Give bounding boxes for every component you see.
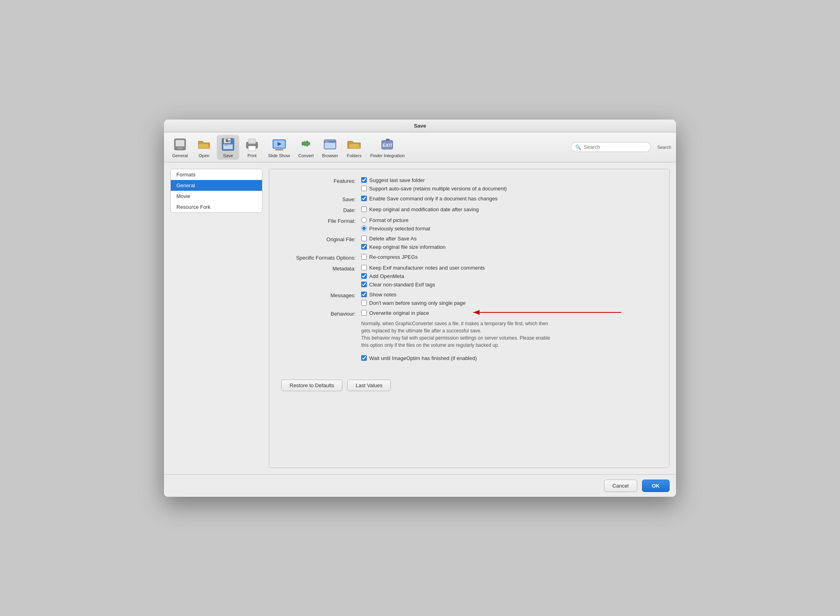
svg-rect-17	[275, 149, 283, 150]
suggest-last-folder-checkbox[interactable]	[361, 177, 367, 183]
specific-formats-label: Specific Formats Options:	[281, 254, 361, 261]
search-input[interactable]	[584, 144, 646, 150]
slideshow-icon	[271, 136, 287, 152]
window-title: Save	[414, 123, 426, 129]
sidebar: Formats General Movie Resource Fork	[170, 169, 262, 213]
svg-point-22	[326, 141, 328, 142]
open-icon	[196, 136, 212, 152]
sidebar-item-resource-fork[interactable]: Resource Fork	[171, 202, 262, 212]
recompress-label: Re-compress JPEGs	[369, 254, 418, 260]
format-picture-radio[interactable]	[361, 217, 367, 223]
desc-line2: gets replaced by the ultimate file after…	[361, 328, 482, 334]
title-bar: Save	[164, 120, 676, 132]
svg-rect-2	[178, 148, 182, 149]
sidebar-item-general[interactable]: General	[171, 180, 262, 191]
toolbar-browser-label: Browser	[322, 153, 338, 158]
toolbar-print-label: Print	[248, 153, 257, 158]
bottom-buttons: Restore to Defaults Last Values	[281, 373, 657, 391]
overwrite-row: Overwrite original in place	[361, 310, 550, 316]
toolbar-save[interactable]: TIFF JPG PNG Save	[217, 135, 239, 160]
metadata-label: Metadata:	[281, 265, 361, 272]
overwrite-checkbox[interactable]	[361, 310, 367, 316]
toolbar-convert[interactable]: Convert	[295, 135, 317, 160]
enable-save-checkbox[interactable]	[361, 196, 367, 201]
wait-imageoptim-checkbox[interactable]	[361, 355, 367, 361]
sidebar-item-formats[interactable]: Formats	[171, 169, 262, 180]
messages-label: Messages:	[281, 292, 361, 298]
restore-defaults-button[interactable]: Restore to Defaults	[281, 380, 342, 391]
show-notes-row: Show notes	[361, 292, 466, 298]
toolbar-convert-label: Convert	[298, 153, 314, 158]
finder-icon: EXIT	[380, 136, 396, 152]
keep-exif-checkbox[interactable]	[361, 265, 367, 270]
clear-exif-checkbox[interactable]	[361, 282, 367, 287]
toolbar-finder[interactable]: EXIT Finder Integration	[367, 135, 408, 160]
general-icon	[172, 136, 188, 152]
svg-text:PNG: PNG	[225, 144, 228, 146]
support-autosave-label: Support auto-save (retains multiple vers…	[369, 186, 507, 192]
support-autosave-checkbox[interactable]	[361, 186, 367, 191]
search-box[interactable]: 🔍	[571, 142, 651, 152]
keep-size-row: Keep original file size information	[361, 244, 446, 250]
original-file-controls: Delete after Save As Keep original file …	[361, 236, 446, 250]
toolbar-save-label: Save	[223, 153, 233, 158]
suggest-last-folder-row: Suggest last save folder	[361, 177, 507, 183]
last-values-button[interactable]: Last Values	[347, 380, 391, 391]
toolbar-folders-label: Folders	[347, 153, 362, 158]
toolbar-browser[interactable]: Browser	[319, 135, 341, 160]
toolbar-folders[interactable]: Folders	[343, 135, 365, 160]
print-icon	[244, 136, 260, 152]
specific-formats-row: Specific Formats Options: Re-compress JP…	[281, 254, 657, 261]
toolbar-slideshow-label: Slide Show	[268, 153, 290, 158]
svg-rect-20	[325, 143, 335, 148]
sidebar-item-movie[interactable]: Movie	[171, 191, 262, 202]
suggest-last-folder-label: Suggest last save folder	[369, 177, 425, 183]
cancel-button[interactable]: Cancel	[604, 480, 637, 492]
recompress-checkbox[interactable]	[361, 254, 367, 260]
main-panel: Features: Suggest last save folder Suppo…	[269, 169, 670, 468]
metadata-row: Metadata: Keep Exif manufacturer notes a…	[281, 265, 657, 288]
clear-exif-row: Clear non-standard Exif tags	[361, 282, 485, 288]
delete-after-checkbox[interactable]	[361, 236, 367, 241]
show-notes-checkbox[interactable]	[361, 292, 367, 297]
add-openmeta-checkbox[interactable]	[361, 273, 367, 279]
show-notes-label: Show notes	[369, 292, 396, 298]
toolbar-open[interactable]: Open	[193, 135, 215, 160]
toolbar: General Open TIFF JPG PNG Save	[164, 132, 676, 162]
save-icon: TIFF JPG PNG	[220, 136, 236, 152]
file-format-controls: Format of picture Previously selected fo…	[361, 217, 430, 232]
date-row: Date: Keep original and modification dat…	[281, 206, 657, 213]
specific-formats-controls: Re-compress JPEGs	[361, 254, 418, 260]
convert-icon	[298, 136, 314, 152]
svg-point-21	[325, 141, 326, 142]
features-label: Features:	[281, 177, 361, 184]
browser-icon	[322, 136, 338, 152]
save-label: Save:	[281, 196, 361, 202]
toolbar-finder-label: Finder Integration	[370, 153, 404, 158]
delete-after-label: Delete after Save As	[369, 236, 417, 242]
format-picture-label: Format of picture	[369, 217, 408, 223]
keep-date-checkbox[interactable]	[361, 206, 367, 212]
support-autosave-row: Support auto-save (retains multiple vers…	[361, 186, 507, 192]
keep-date-label: Keep original and modification date afte…	[369, 206, 479, 212]
keep-size-checkbox[interactable]	[361, 244, 367, 250]
svg-text:EXIT: EXIT	[382, 143, 392, 148]
red-arrow-annotation	[465, 308, 625, 317]
dont-warn-checkbox[interactable]	[361, 300, 367, 306]
toolbar-general-label: General	[172, 153, 188, 158]
metadata-controls: Keep Exif manufacturer notes and user co…	[361, 265, 485, 288]
features-controls: Suggest last save folder Support auto-sa…	[361, 177, 507, 192]
original-file-row: Original File: Delete after Save As Keep…	[281, 236, 657, 250]
svg-text:JPG: JPG	[226, 142, 230, 144]
keep-size-label: Keep original file size information	[369, 244, 446, 250]
ok-button[interactable]: OK	[642, 480, 670, 492]
svg-point-13	[255, 144, 257, 146]
behaviour-controls: Overwrite original in place N	[361, 310, 550, 349]
save-row: Save: Enable Save command only if a docu…	[281, 196, 657, 202]
toolbar-print[interactable]: Print	[241, 135, 263, 160]
toolbar-slideshow[interactable]: Slide Show	[265, 135, 293, 160]
search-label: Search	[657, 145, 671, 150]
previously-selected-radio[interactable]	[361, 226, 367, 231]
keep-date-row: Keep original and modification date afte…	[361, 206, 479, 212]
toolbar-general[interactable]: General	[169, 135, 191, 160]
